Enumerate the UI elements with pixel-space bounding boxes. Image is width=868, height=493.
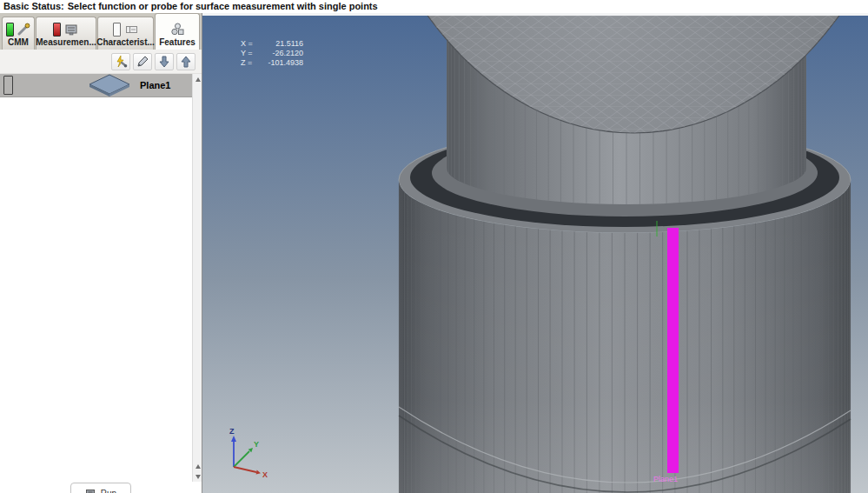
tab-measurement-label: Measuremen... [36, 37, 96, 47]
mode-tab-bar: CMM Measuremen... [0, 13, 202, 50]
readout-z-label: Z = [241, 58, 260, 68]
measurement-plan-icon [63, 22, 79, 37]
run-button-label: Run [101, 489, 116, 493]
run-machine-icon [85, 488, 96, 493]
move-up-icon [179, 55, 193, 69]
scroll-down-button[interactable] [193, 471, 202, 482]
tab-features-label: Features [159, 37, 195, 47]
characteristics-status-led [113, 23, 121, 37]
scroll-up-button-bottom[interactable] [193, 461, 202, 471]
measurement-status-led [53, 23, 61, 37]
model-feature-label: Plane1 [653, 475, 678, 483]
readout-z-value: -101.4938 [260, 58, 303, 68]
down-arrow-icon [195, 475, 201, 479]
3d-canvas[interactable]: Plane1 Z Y X X =21.5116 [202, 16, 868, 493]
tab-characteristics[interactable]: Characterist... [97, 17, 154, 50]
feature-list-item-plane1[interactable]: Plane1 [0, 74, 193, 97]
feature-list: Plane1 [0, 74, 202, 482]
probe-measure-icon [114, 55, 128, 69]
plane-icon [88, 74, 131, 97]
move-up-button[interactable] [176, 53, 195, 70]
tolerance-frame-icon [123, 22, 139, 37]
feature-list-scrollbar[interactable] [192, 74, 202, 482]
feature-stage-indicator [3, 76, 13, 95]
up-arrow-icon [195, 77, 201, 82]
readout-x-value: 21.5116 [260, 39, 303, 49]
axis-y-label: Y [254, 440, 259, 449]
3d-scene: Plane1 Z Y X [202, 16, 868, 493]
readout-y-value: -26.2120 [260, 49, 303, 58]
feature-item-label: Plane1 [140, 80, 170, 90]
features-cluster-icon [169, 22, 186, 37]
highlight-stripe-plane1[interactable] [667, 228, 679, 473]
tab-measurement[interactable]: Measuremen... [36, 17, 96, 50]
edit-pencil-icon [136, 55, 149, 69]
status-prefix: Basic Status: [3, 1, 64, 11]
axis-z-label: Z [229, 427, 235, 436]
tab-features[interactable]: Features [155, 13, 200, 50]
cmm-application-window: Basic Status:Select function or probe fo… [0, 0, 868, 493]
move-down-button[interactable] [155, 53, 174, 70]
coordinate-readout: X =21.5116 Y =-26.2120 Z =-101.4938 [241, 39, 303, 68]
tab-cmm-label: CMM [8, 37, 29, 47]
probe-stylus-icon [17, 22, 31, 37]
sidebar-footer: Run [0, 482, 202, 493]
readout-x-label: X = [241, 39, 260, 49]
status-bar: Basic Status:Select function or probe fo… [0, 0, 868, 13]
feature-toolbar [0, 50, 202, 74]
move-down-icon [157, 55, 171, 69]
tab-cmm[interactable]: CMM [2, 17, 35, 50]
edit-feature-button[interactable] [133, 53, 152, 70]
up-arrow-icon [195, 464, 201, 469]
tab-characteristics-label: Characterist... [96, 37, 155, 47]
sidebar-panel: CMM Measuremen... [0, 13, 202, 493]
probe-measure-button[interactable] [111, 53, 130, 70]
cmm-status-led [6, 23, 14, 37]
readout-y-label: Y = [241, 49, 260, 58]
viewport-panel: Plane1 Z Y X X =21.5116 [202, 13, 868, 493]
status-message: Select function or probe for surface mea… [68, 1, 378, 11]
scroll-up-button[interactable] [193, 74, 202, 84]
axis-x-label: X [262, 470, 268, 479]
run-button[interactable]: Run [70, 483, 131, 493]
